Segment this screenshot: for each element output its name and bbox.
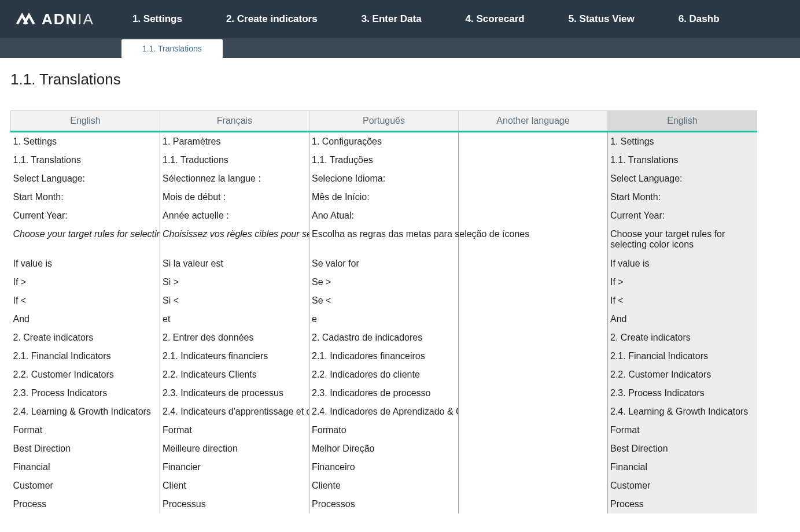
cell-target[interactable]: 2.4. Learning & Growth Indicators [608,402,757,421]
cell-another[interactable] [459,458,608,476]
cell-francais[interactable]: 1. Paramètres [160,132,309,152]
nav-item-enter-data[interactable]: 3. Enter Data [340,0,444,38]
cell-target[interactable]: If < [608,291,757,310]
cell-another[interactable] [459,291,608,310]
cell-portugues[interactable]: 1. Configurações [309,132,459,152]
cell-english[interactable]: Format [11,421,160,439]
column-header-another[interactable]: Another language [459,111,608,132]
cell-target[interactable]: And [608,310,757,328]
cell-portugues[interactable]: Mês de Início: [309,188,459,206]
cell-english[interactable]: And [11,310,160,328]
cell-english[interactable]: Start Month: [11,188,160,206]
cell-portugues[interactable]: Selecione Idioma: [309,169,459,188]
cell-english[interactable]: 2.1. Financial Indicators [11,347,160,365]
cell-target[interactable]: 2.1. Financial Indicators [608,347,757,365]
cell-target[interactable]: Start Month: [608,188,757,206]
cell-english[interactable]: Select Language: [11,169,160,188]
cell-target[interactable]: 2.3. Process Indicators [608,384,757,402]
cell-francais[interactable]: Choisissez vos règles cibles pour sélect… [160,225,309,254]
cell-another[interactable] [459,151,608,169]
cell-francais[interactable]: Meilleure direction [160,439,309,458]
cell-francais[interactable]: Processus [160,495,309,513]
cell-portugues[interactable]: 2.1. Indicadores financeiros [309,347,459,365]
cell-english[interactable]: If value is [11,254,160,273]
cell-francais[interactable]: 2.4. Indicateurs d'apprentissage et de c… [160,402,309,421]
cell-portugues[interactable]: Se valor for [309,254,459,273]
cell-francais[interactable]: Format [160,421,309,439]
cell-portugues[interactable]: Escolha as regras das metas para seleção… [309,225,459,254]
cell-another[interactable] [459,328,608,347]
cell-portugues[interactable]: Cliente [309,476,459,495]
column-header-english[interactable]: English [11,111,160,132]
cell-francais[interactable]: Sélectionnez la langue : [160,169,309,188]
cell-portugues[interactable]: 2.2. Indicadores do cliente [309,365,459,384]
cell-francais[interactable]: Si > [160,273,309,291]
column-header-portugues[interactable]: Português [309,111,459,132]
cell-another[interactable] [459,273,608,291]
cell-english[interactable]: 2.3. Process Indicators [11,384,160,402]
cell-target[interactable]: Financial [608,458,757,476]
cell-english[interactable]: 2.4. Learning & Growth Indicators [11,402,160,421]
cell-portugues[interactable]: Ano Atual: [309,206,459,225]
cell-another[interactable] [459,132,608,152]
cell-target[interactable]: Select Language: [608,169,757,188]
cell-francais[interactable]: Financier [160,458,309,476]
cell-target[interactable]: 2.2. Customer Indicators [608,365,757,384]
cell-another[interactable] [459,169,608,188]
tab-translations[interactable]: 1.1. Translations [121,39,223,58]
cell-another[interactable] [459,439,608,458]
cell-francais[interactable]: 1.1. Traductions [160,151,309,169]
cell-portugues[interactable]: Processos [309,495,459,513]
cell-another[interactable] [459,310,608,328]
cell-target[interactable]: 2. Create indicators [608,328,757,347]
cell-another[interactable] [459,206,608,225]
cell-english[interactable]: If > [11,273,160,291]
cell-portugues[interactable]: Se < [309,291,459,310]
cell-another[interactable] [459,476,608,495]
cell-english[interactable]: 2. Create indicators [11,328,160,347]
cell-francais[interactable]: Client [160,476,309,495]
cell-portugues[interactable]: Financeiro [309,458,459,476]
cell-english[interactable]: If < [11,291,160,310]
cell-francais[interactable]: Mois de début : [160,188,309,206]
cell-target[interactable]: Current Year: [608,206,757,225]
cell-francais[interactable]: 2.1. Indicateurs financiers [160,347,309,365]
column-header-francais[interactable]: Français [160,111,309,132]
cell-english[interactable]: Customer [11,476,160,495]
cell-another[interactable] [459,402,608,421]
cell-english[interactable]: Financial [11,458,160,476]
nav-item-create-indicators[interactable]: 2. Create indicators [204,0,340,38]
cell-target[interactable]: If value is [608,254,757,273]
cell-another[interactable] [459,254,608,273]
nav-item-settings[interactable]: 1. Settings [110,0,204,38]
cell-portugues[interactable]: e [309,310,459,328]
cell-english[interactable]: Best Direction [11,439,160,458]
cell-target[interactable]: Best Direction [608,439,757,458]
cell-another[interactable] [459,347,608,365]
cell-english[interactable]: Current Year: [11,206,160,225]
cell-another[interactable] [459,421,608,439]
cell-target[interactable]: 1. Settings [608,132,757,152]
cell-english[interactable]: Process [11,495,160,513]
cell-target[interactable]: If > [608,273,757,291]
cell-english[interactable]: 2.2. Customer Indicators [11,365,160,384]
cell-francais[interactable]: Si la valeur est [160,254,309,273]
cell-francais[interactable]: 2.2. Indicateurs Clients [160,365,309,384]
cell-english[interactable]: 1. Settings [11,132,160,152]
cell-portugues[interactable]: 2.3. Indicadores de processo [309,384,459,402]
cell-portugues[interactable]: Melhor Direção [309,439,459,458]
cell-francais[interactable]: et [160,310,309,328]
nav-item-dashboard[interactable]: 6. Dashb [657,0,742,38]
cell-portugues[interactable]: 1.1. Traduções [309,151,459,169]
cell-english[interactable]: Choose your target rules for selecting c… [11,225,160,254]
cell-portugues[interactable]: Se > [309,273,459,291]
nav-item-scorecard[interactable]: 4. Scorecard [444,0,547,38]
cell-target[interactable]: Process [608,495,757,513]
cell-target[interactable]: Format [608,421,757,439]
cell-francais[interactable]: Si < [160,291,309,310]
cell-portugues[interactable]: 2. Cadastro de indicadores [309,328,459,347]
cell-english[interactable]: 1.1. Translations [11,151,160,169]
cell-francais[interactable]: 2. Entrer des données [160,328,309,347]
cell-another[interactable] [459,188,608,206]
cell-target[interactable]: 1.1. Translations [608,151,757,169]
